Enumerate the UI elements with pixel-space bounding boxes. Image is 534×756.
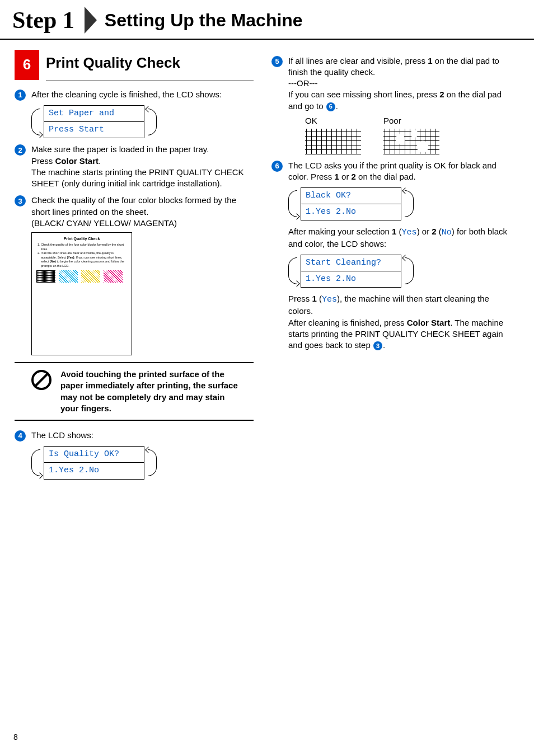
lcd-arc-left-icon xyxy=(31,109,40,135)
good-pattern-icon xyxy=(305,129,361,154)
step-number-icon: 2 xyxy=(15,144,26,156)
lcd-screen: Black OK? 1.Yes 2.No xyxy=(301,187,401,221)
lcd-display-1: Set Paper and Press Start xyxy=(31,105,254,139)
magenta-block-icon xyxy=(104,270,123,283)
step-number-icon: 5 xyxy=(271,56,283,67)
lcd-arc-left-icon xyxy=(288,190,297,217)
step-3: 3 Check the quality of the four color bl… xyxy=(15,195,254,229)
sheet-instructions: Check the quality of the four color bloc… xyxy=(41,243,127,268)
lcd-screen: Start Cleaning? 1.Yes 2.No xyxy=(301,255,401,288)
yellow-block-icon xyxy=(81,270,100,283)
lcd-display-4: Is Quality OK? 1.Yes 2.No xyxy=(31,446,254,480)
step-title: Setting Up the Machine xyxy=(105,8,303,32)
lcd-line2: 1.Yes 2.No xyxy=(301,204,401,220)
section-title: Print Quality Check xyxy=(46,50,254,81)
lcd-line2: 1.Yes 2.No xyxy=(301,271,401,287)
step-header: Step 1 Setting Up the Machine xyxy=(0,0,534,40)
lcd-arc-right-icon xyxy=(148,109,157,135)
sheet-item-2: If all the short lines are clear and vis… xyxy=(41,251,127,268)
lcd-line1: Set Paper and xyxy=(44,106,144,121)
step-1-text: After the cleaning cycle is finished, th… xyxy=(31,89,254,101)
lcd-arc-right-icon xyxy=(148,449,157,476)
step-2: 2 Make sure the paper is loaded in the p… xyxy=(15,144,254,189)
lcd-arc-left-icon xyxy=(31,449,40,476)
lcd-line1: Black OK? xyxy=(301,188,401,204)
caution-text: Avoid touching the printed surface of th… xyxy=(60,369,254,414)
lcd-screen: Set Paper and Press Start xyxy=(44,105,144,139)
cyan-block-icon xyxy=(59,270,78,283)
sheet-item-1: Check the quality of the four color bloc… xyxy=(41,243,127,251)
step-6-text: The LCD asks you if the print quality is… xyxy=(288,160,510,183)
page-number: 8 xyxy=(13,732,18,743)
lcd-arc-left-icon xyxy=(288,257,297,284)
step-2-text: Make sure the paper is loaded in the pap… xyxy=(31,144,254,189)
lcd-display-6a: Black OK? 1.Yes 2.No xyxy=(288,187,510,221)
section-number: 6 xyxy=(15,50,39,80)
poor-column: Poor xyxy=(383,115,439,154)
lcd-line2: 1.Yes 2.No xyxy=(44,462,144,478)
step-number-icon: 6 xyxy=(271,161,283,172)
quality-check-sheet: Print Quality Check Check the quality of… xyxy=(31,232,132,355)
sheet-title: Print Quality Check xyxy=(36,236,127,241)
step-number-icon: 1 xyxy=(15,90,26,101)
step-number-icon: 3 xyxy=(15,195,26,206)
lcd-screen: Is Quality OK? 1.Yes 2.No xyxy=(44,446,144,480)
lcd-line1: Start Cleaning? xyxy=(301,255,401,271)
ok-column: OK xyxy=(305,115,361,154)
step-number-icon: 4 xyxy=(15,430,26,442)
step-5: 5 If all lines are clear and visible, pr… xyxy=(271,55,510,112)
step-6-continued: After making your selection 1 (Yes) or 2… xyxy=(288,226,510,250)
lcd-line1: Is Quality OK? xyxy=(44,447,144,462)
chevron-right-icon xyxy=(85,7,97,34)
section-header: 6 Print Quality Check xyxy=(15,50,254,81)
step-3-text: Check the quality of the four color bloc… xyxy=(31,195,254,229)
step-4: 4 The LCD shows: xyxy=(15,430,254,442)
step-1: 1 After the cleaning cycle is finished, … xyxy=(15,89,254,101)
left-column: 6 Print Quality Check 1 After the cleani… xyxy=(15,50,254,485)
step-6-final: Press 1 (Yes), the machine will then sta… xyxy=(288,293,510,351)
step-ref-icon: 6 xyxy=(326,102,335,111)
step-6: 6 The LCD asks you if the print quality … xyxy=(271,160,510,183)
step-ref-icon: 3 xyxy=(373,341,382,350)
lcd-display-6b: Start Cleaning? 1.Yes 2.No xyxy=(288,255,510,288)
ok-poor-comparison: OK Poor xyxy=(305,115,510,154)
step-label: Step 1 xyxy=(12,4,74,36)
black-block-icon xyxy=(36,270,55,283)
step-4-text: The LCD shows: xyxy=(31,430,254,442)
lcd-arc-right-icon xyxy=(405,190,414,217)
right-column: 5 If all lines are clear and visible, pr… xyxy=(271,50,510,485)
poor-label: Poor xyxy=(383,115,439,126)
caution-box: Avoid touching the printed surface of th… xyxy=(15,362,254,421)
prohibit-icon xyxy=(31,370,51,390)
color-blocks xyxy=(36,270,127,283)
step-5-text: If all lines are clear and visible, pres… xyxy=(288,55,510,112)
ok-label: OK xyxy=(305,115,361,126)
lcd-line2: Press Start xyxy=(44,121,144,138)
lcd-arc-right-icon xyxy=(405,257,414,284)
bad-pattern-icon xyxy=(383,129,439,154)
